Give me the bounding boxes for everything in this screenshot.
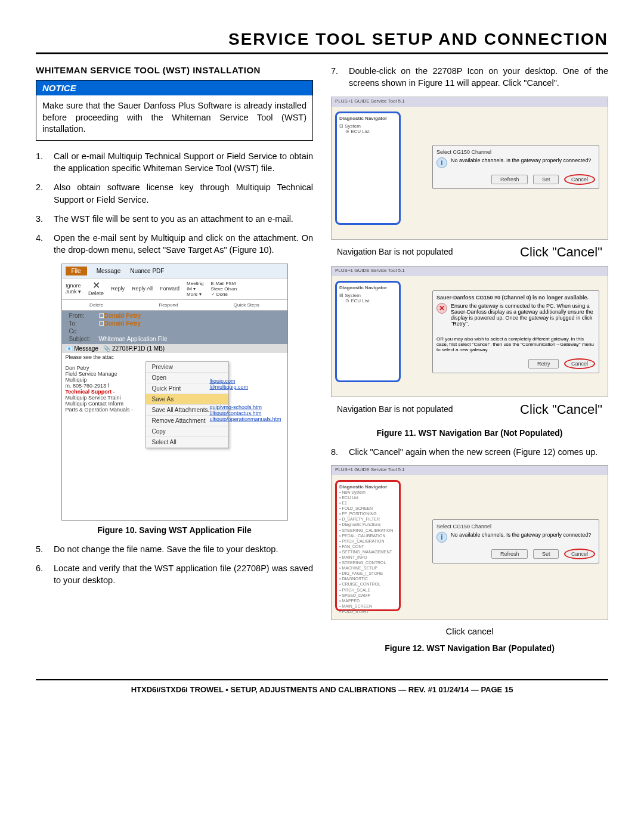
page-title: Service Tool Setup and Connection xyxy=(36,30,608,54)
cc-label: Cc: xyxy=(69,328,99,335)
btn-cancel-circled-2: Cancel xyxy=(564,358,595,369)
nav-item: ▪ PITCH_SCALE xyxy=(339,587,397,593)
sig-company: Multiquip xyxy=(66,377,142,383)
nav-item: ▪ FOLD_START xyxy=(339,609,397,614)
right-column: Double-click on the 22708P Icon on your … xyxy=(331,65,608,661)
btn-retry: Retry xyxy=(528,359,559,368)
cm-select-all: Select All xyxy=(146,437,228,448)
steve-olson: Steve Olson xyxy=(211,286,237,292)
done-btn: Done xyxy=(216,292,228,297)
two-column-layout: WHITEMAN SERVICE TOOL (WST) INSTALLATION… xyxy=(36,65,608,661)
step-8: Click "Cancel" again when the new screen… xyxy=(331,446,608,458)
tree-system-2: System xyxy=(345,293,361,298)
sig-contact: Multiquip Contact Inform xyxy=(66,401,142,407)
delete-group: Delete xyxy=(89,302,103,308)
nav-item: ▪ DIG_PAGE_I_STORE xyxy=(339,571,397,576)
respond-group: Respond xyxy=(159,302,178,308)
im-btn: IM ▾ xyxy=(187,286,196,292)
dialog-select-channel-2: Select CG150 Channel i No available chan… xyxy=(432,519,599,563)
nav-item: ▪ CRUISE_CONTROL xyxy=(339,581,397,587)
notice-body: Make sure that the Sauer Danfoss Plus So… xyxy=(36,95,312,140)
cm-preview: Preview xyxy=(146,362,228,373)
steps-8: Click "Cancel" again when the new screen… xyxy=(331,446,608,458)
steps-5-6: Do not change the file name. Save the fi… xyxy=(36,543,313,587)
figure-12-screenshot: PLUS+1 GUIDE Service Tool 5.1 Diagnostic… xyxy=(331,465,608,620)
link3: quip/vmq-schools.htm xyxy=(209,404,281,410)
nav-item: ▪ MAIN_SCREEN xyxy=(339,603,397,609)
meeting-btn: Meeting xyxy=(187,281,203,286)
from-value: Donald Petry xyxy=(104,312,141,319)
sig-title: Field Service Manage xyxy=(66,371,142,377)
annot-nav-not-populated-1: Navigation Bar is not populated xyxy=(337,247,453,258)
dialog-gateway-unavailable: Sauer-Danfoss CG150 #0 (Channel 0) is no… xyxy=(432,290,599,373)
nav-item: ▪ DIAGNOSTIC xyxy=(339,576,397,581)
sig-parts: Parts & Operation Manuals - xyxy=(66,407,142,413)
nav-item: ▪ PEDAL_CALIBRATION xyxy=(339,533,397,538)
tree-ecu: ECU List xyxy=(351,129,370,134)
email-fsm: E-Mail FSM xyxy=(211,281,236,286)
info-icon: i xyxy=(436,157,447,168)
wst-title-bar: PLUS+1 GUIDE Service Tool 5.1 xyxy=(332,97,608,107)
steps-7: Double-click on the 22708P Icon on your … xyxy=(331,65,608,89)
nav-item: ▪ New System xyxy=(339,490,397,495)
step-6: Locate and verify that the WST applicati… xyxy=(36,562,313,587)
dlg1-msg: No available channels. Is the gateway pr… xyxy=(451,157,591,163)
step-2: Also obtain software license key through… xyxy=(36,181,313,206)
error-icon: ✕ xyxy=(436,303,447,314)
message-label: Message xyxy=(74,345,98,352)
notice-box: NOTICE Make sure that the Sauer Danfoss … xyxy=(36,80,313,141)
dialog-select-channel: Select CG150 Channel i No available chan… xyxy=(432,145,599,189)
nav-item: ▪ PITCH_CALIBRATION xyxy=(339,538,397,544)
sig-name: Don Petry xyxy=(66,365,142,371)
quicksteps-group: Quick Steps xyxy=(234,302,259,308)
reply-all-btn: Reply All xyxy=(132,286,153,292)
notice-label: NOTICE xyxy=(36,80,312,95)
annot-nav-not-populated-2: Navigation Bar is not populated xyxy=(337,404,453,415)
annotation-row-2: Navigation Bar is not populated Click "C… xyxy=(331,400,608,423)
sig-phone: m. 805-760-2913 f xyxy=(66,383,142,389)
btn-refresh: Refresh xyxy=(491,175,528,184)
figure-11-screenshot-a: PLUS+1 GUIDE Service Tool 5.1 Diagnostic… xyxy=(331,97,608,240)
step-3: The WST file will be sent to you as an a… xyxy=(36,213,313,225)
email-body-preview: Please see the attac xyxy=(62,353,287,361)
btn-cancel-circled: Cancel xyxy=(564,174,595,185)
dlg2-title: Sauer-Danfoss CG150 #0 (Channel 0) is no… xyxy=(436,295,595,301)
figure-12-caption: Figure 12. WST Navigation Bar (Populated… xyxy=(331,643,608,653)
dlg2-msg: Ensure the gateway is connected to the P… xyxy=(451,303,595,327)
nav-populated-list: ▪ New System▪ ECU List▪ E1▪ FOLD_SCREEN▪… xyxy=(339,490,397,614)
reply-btn: Reply xyxy=(111,286,125,292)
annot-click-cancel-3: Click cancel xyxy=(331,623,608,639)
subject-label: Subject: xyxy=(69,336,99,342)
nav-item: ▪ STEERING_CONTROL xyxy=(339,560,397,565)
btn-set-2: Set xyxy=(533,549,559,559)
nav-panel-empty-2: Diagnostic Navigator ⊟ System ⊙ ECU List xyxy=(335,281,401,382)
nav-item: ▪ ECU List xyxy=(339,495,397,500)
nav-item: ▪ FAN_CONT xyxy=(339,544,397,549)
nav-item: ▪ STEERING_CALIBRATION xyxy=(339,528,397,533)
nav-item: ▪ MAINT_INFO xyxy=(339,555,397,560)
nav-item: ▪ SPEED_DAMP xyxy=(339,593,397,598)
nav-item: ▪ FOLD_SCREEN xyxy=(339,506,397,511)
btn-set: Set xyxy=(533,175,559,184)
link4: ultiquip/contactus.htm xyxy=(209,410,281,416)
to-label: To: xyxy=(69,320,99,327)
link5: ultiquip/operationmanuals.htm xyxy=(209,416,281,422)
link2: @multiquip.com xyxy=(209,384,281,390)
diag-nav-label-2: Diagnostic Navigator xyxy=(339,285,397,290)
nav-item: ▪ MACHINE_SETUP xyxy=(339,565,397,571)
figure-10-caption: Figure 10. Saving WST Application File xyxy=(36,525,313,535)
wst-title-bar-3: PLUS+1 GUIDE Service Tool 5.1 xyxy=(332,466,608,475)
btn-refresh-2: Refresh xyxy=(491,549,528,559)
nav-item: ▪ FF_POSITIONING xyxy=(339,511,397,516)
annot-click-cancel-2: Click "Cancel" xyxy=(520,402,602,417)
outlook-tab-nuance: Nuance PDF xyxy=(130,268,164,274)
nav-item: ▪ Diagnostic Functions xyxy=(339,522,397,527)
delete-icon: ✕ xyxy=(92,281,100,290)
from-label: From: xyxy=(69,312,99,319)
nav-panel-populated: Diagnostic Navigator ▪ New System▪ ECU L… xyxy=(335,480,401,611)
info-icon-2: i xyxy=(436,532,447,543)
diag-nav-label-3: Diagnostic Navigator xyxy=(339,484,397,490)
ignore-btn: Ignore xyxy=(66,283,81,289)
nav-item: ▪ MAPPED xyxy=(339,598,397,603)
delete-btn: Delete xyxy=(88,290,104,296)
